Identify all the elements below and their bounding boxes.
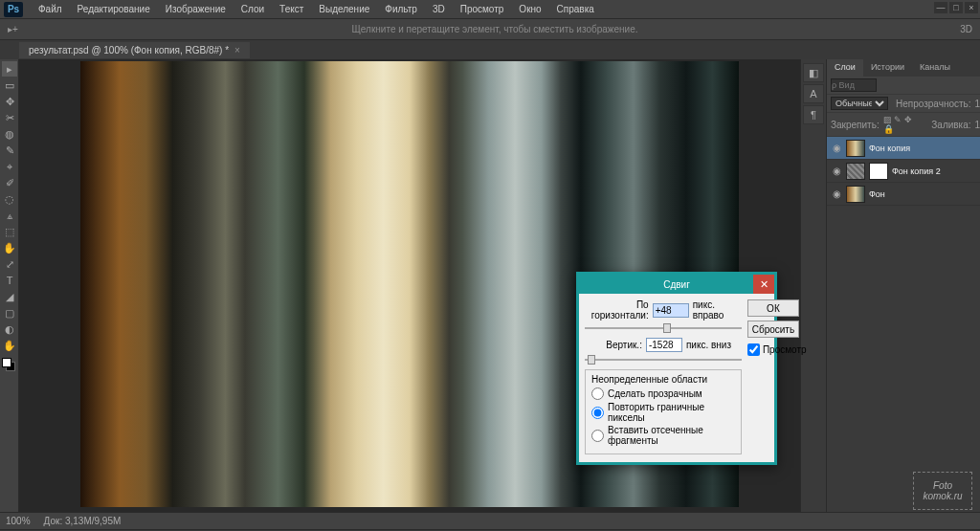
visibility-icon[interactable]: ◉: [831, 143, 842, 153]
crop-tool[interactable]: ✂: [2, 110, 17, 125]
slider-thumb[interactable]: [663, 323, 671, 333]
dialog-close-button[interactable]: ✕: [753, 275, 774, 294]
horizontal-input[interactable]: [653, 303, 689, 318]
eraser-tool[interactable]: ⟁: [2, 208, 17, 223]
minimize-button[interactable]: —: [934, 2, 947, 13]
dodge-tool[interactable]: ⤢: [2, 256, 17, 272]
zoom-tool[interactable]: ✋: [2, 338, 17, 353]
radio-repeat-edge-input[interactable]: [591, 407, 604, 419]
tab-channels[interactable]: Каналы: [912, 59, 958, 77]
preview-checkbox[interactable]: [747, 343, 760, 356]
type-tool[interactable]: T: [2, 273, 17, 288]
dialog-title: Сдвиг: [663, 279, 690, 290]
opacity-value[interactable]: 100%: [975, 99, 980, 109]
layer-row[interactable]: ◉ Фон 🔒: [827, 183, 980, 206]
healing-tool[interactable]: ✎: [2, 143, 17, 158]
radio-transparent[interactable]: Сделать прозрачным: [591, 387, 735, 400]
visibility-icon[interactable]: ◉: [831, 188, 842, 199]
radio-wrap-label: Вставить отсеченные фрагменты: [608, 425, 735, 446]
opacity-label: Непрозрачность:: [896, 99, 971, 109]
radio-wrap-input[interactable]: [591, 430, 604, 442]
radio-wrap[interactable]: Вставить отсеченные фрагменты: [591, 425, 735, 446]
marquee-tool[interactable]: ▭: [2, 77, 17, 93]
menu-edit[interactable]: Редактирование: [70, 4, 158, 14]
pen-tool[interactable]: ◢: [2, 289, 17, 304]
horizontal-field-row: По горизонтали: пикс. вправо: [585, 299, 742, 321]
layer-row[interactable]: ◉ Фон копия 2: [827, 160, 980, 183]
close-window-button[interactable]: ×: [965, 2, 978, 13]
collapsed-panel-3[interactable]: ¶: [803, 105, 824, 124]
blend-mode-select[interactable]: Обычные: [831, 97, 888, 110]
menu-help[interactable]: Справка: [549, 4, 602, 14]
layers-panel: Слои Истории Каналы ▫▫▫▫ Обычные Непрозр…: [827, 59, 980, 512]
layers-list: ◉ Фон копия ◉ Фон копия 2 ◉ Фон 🔒: [827, 137, 980, 512]
layer-name[interactable]: Фон: [869, 189, 980, 199]
color-swatch[interactable]: [2, 358, 15, 371]
radio-transparent-label: Сделать прозрачным: [608, 388, 702, 399]
radio-transparent-input[interactable]: [591, 387, 604, 400]
vertical-input[interactable]: [646, 338, 682, 352]
collapsed-panel-1[interactable]: ◧: [803, 63, 824, 82]
zoom-level[interactable]: 100%: [6, 516, 31, 526]
brush-tool[interactable]: ⌖: [2, 159, 17, 174]
preview-label: Просмотр: [763, 344, 807, 355]
shape-tool[interactable]: ▢: [2, 305, 17, 321]
layer-thumbnail[interactable]: [846, 163, 865, 180]
tools-toolbar: ▸ ▭ ✥ ✂ ◍ ✎ ⌖ ✐ ◌ ⟁ ⬚ ✋ ⤢ T ◢ ▢ ◐ ✋: [0, 59, 19, 512]
blend-opacity-row: Обычные Непрозрачность: 100%: [827, 95, 980, 113]
stamp-tool[interactable]: ✐: [2, 175, 17, 190]
foreground-color[interactable]: [2, 358, 11, 367]
menu-text[interactable]: Текст: [272, 4, 311, 14]
maximize-button[interactable]: □: [949, 2, 963, 13]
menu-image[interactable]: Изображение: [158, 4, 234, 14]
watermark-line2: komok.ru: [923, 491, 962, 501]
ok-button[interactable]: ОК: [747, 299, 799, 317]
close-tab-icon[interactable]: ×: [234, 45, 240, 55]
document-tab[interactable]: результат.psd @ 100% (Фон копия, RGB/8#)…: [19, 42, 250, 58]
layer-name[interactable]: Фон копия: [869, 144, 980, 153]
slider-thumb[interactable]: [588, 355, 595, 365]
layer-kind-select[interactable]: [831, 78, 877, 92]
current-tool-indicator[interactable]: ▸+: [8, 24, 18, 34]
hand-tool[interactable]: ◐: [2, 321, 17, 337]
layer-name[interactable]: Фон копия 2: [892, 166, 980, 176]
gradient-tool[interactable]: ⬚: [2, 224, 17, 239]
lasso-tool[interactable]: ✥: [2, 94, 17, 109]
lock-icons[interactable]: ▨ ✎ ✥ 🔒: [883, 115, 924, 134]
offset-dialog: Сдвиг ✕ По горизонтали: пикс. вправо Вер…: [576, 272, 777, 465]
menu-layers[interactable]: Слои: [234, 4, 272, 14]
lock-fill-row: Закрепить: ▨ ✎ ✥ 🔒 Заливка: 100%: [827, 113, 980, 137]
menu-3d[interactable]: 3D: [425, 4, 453, 14]
radio-repeat-edge[interactable]: Повторить граничные пикселы: [591, 402, 735, 423]
blur-tool[interactable]: ✋: [2, 240, 17, 255]
preview-checkbox-row[interactable]: Просмотр: [747, 343, 799, 356]
dialog-titlebar[interactable]: Сдвиг ✕: [579, 275, 774, 294]
layer-mask-thumbnail[interactable]: [869, 163, 888, 180]
undefined-areas-fieldset: Неопределенные области Сделать прозрачны…: [585, 369, 742, 454]
panel-tabs: Слои Истории Каналы: [827, 59, 980, 77]
doc-info[interactable]: Док: 3,13M/9,95M: [44, 516, 122, 526]
menu-file[interactable]: Файл: [31, 4, 70, 14]
menu-filter[interactable]: Фильтр: [377, 4, 425, 14]
document-tab-bar: результат.psd @ 100% (Фон копия, RGB/8#)…: [0, 40, 980, 59]
visibility-icon[interactable]: ◉: [831, 166, 842, 176]
horizontal-slider[interactable]: [585, 322, 742, 334]
move-tool[interactable]: ▸: [2, 61, 17, 77]
collapsed-panel-2[interactable]: A: [803, 84, 824, 103]
history-brush-tool[interactable]: ◌: [2, 191, 17, 207]
radio-repeat-edge-label: Повторить граничные пикселы: [608, 402, 735, 423]
vertical-slider[interactable]: [585, 354, 742, 365]
menu-window[interactable]: Окно: [511, 4, 548, 14]
eyedropper-tool[interactable]: ◍: [2, 126, 17, 142]
menu-select[interactable]: Выделение: [311, 4, 377, 14]
layer-thumbnail[interactable]: [846, 186, 865, 203]
layer-thumbnail[interactable]: [846, 140, 865, 157]
menu-view[interactable]: Просмотр: [453, 4, 512, 14]
vertical-field-row: Вертик.: пикс. вниз: [585, 338, 742, 352]
tab-history[interactable]: Истории: [863, 59, 912, 77]
layer-row[interactable]: ◉ Фон копия: [827, 137, 980, 160]
fill-value[interactable]: 100%: [975, 120, 980, 130]
fill-label: Заливка:: [931, 120, 970, 130]
tab-layers[interactable]: Слои: [827, 59, 863, 77]
reset-button[interactable]: Сбросить: [747, 321, 799, 338]
